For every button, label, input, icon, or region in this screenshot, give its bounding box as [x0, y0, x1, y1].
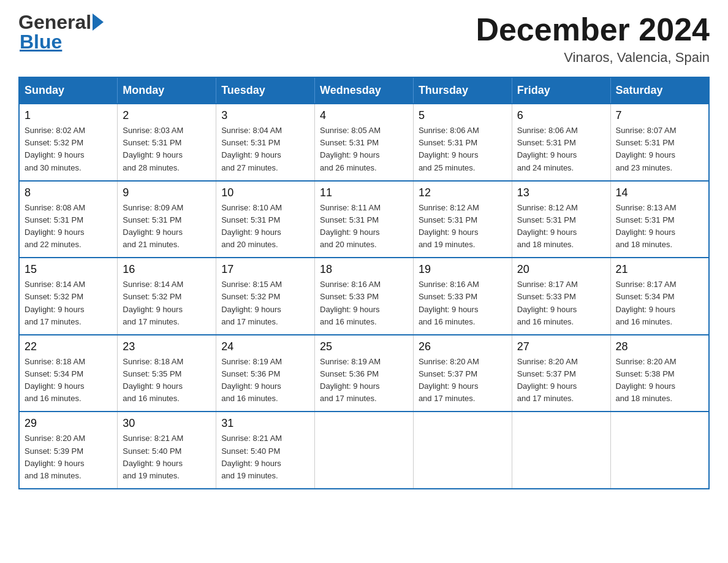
calendar-cell: 1 Sunrise: 8:02 AMSunset: 5:32 PMDayligh…	[19, 104, 118, 181]
calendar-cell: 12 Sunrise: 8:12 AMSunset: 5:31 PMDaylig…	[413, 181, 512, 258]
day-number: 16	[123, 263, 211, 276]
day-info: Sunrise: 8:07 AMSunset: 5:31 PMDaylight:…	[616, 124, 703, 174]
day-info: Sunrise: 8:18 AMSunset: 5:35 PMDaylight:…	[123, 356, 211, 405]
calendar-cell: 9 Sunrise: 8:09 AMSunset: 5:31 PMDayligh…	[118, 181, 216, 258]
day-number: 10	[221, 186, 309, 199]
calendar-cell: 13 Sunrise: 8:12 AMSunset: 5:31 PMDaylig…	[512, 181, 610, 258]
day-info: Sunrise: 8:06 AMSunset: 5:31 PMDaylight:…	[419, 124, 507, 174]
logo-blue-text: Blue	[20, 32, 62, 52]
calendar-cell: 24 Sunrise: 8:19 AMSunset: 5:36 PMDaylig…	[216, 335, 315, 412]
day-number: 2	[123, 109, 211, 122]
day-number: 15	[25, 263, 112, 276]
day-number: 13	[517, 186, 605, 199]
day-info: Sunrise: 8:15 AMSunset: 5:32 PMDaylight:…	[221, 278, 309, 328]
calendar-cell: 14 Sunrise: 8:13 AMSunset: 5:31 PMDaylig…	[610, 181, 709, 258]
calendar-cell: 18 Sunrise: 8:16 AMSunset: 5:33 PMDaylig…	[315, 258, 414, 335]
calendar-cell: 16 Sunrise: 8:14 AMSunset: 5:32 PMDaylig…	[118, 258, 216, 335]
day-number: 17	[221, 263, 309, 276]
calendar-header: Sunday Monday Tuesday Wednesday Thursday…	[19, 77, 709, 104]
day-info: Sunrise: 8:17 AMSunset: 5:34 PMDaylight:…	[616, 278, 703, 328]
calendar-week-2: 8 Sunrise: 8:08 AMSunset: 5:31 PMDayligh…	[19, 181, 709, 258]
calendar-week-5: 29 Sunrise: 8:20 AMSunset: 5:39 PMDaylig…	[19, 412, 709, 489]
calendar-cell: 25 Sunrise: 8:19 AMSunset: 5:36 PMDaylig…	[315, 335, 414, 412]
day-info: Sunrise: 8:10 AMSunset: 5:31 PMDaylight:…	[221, 202, 309, 251]
day-number: 7	[616, 109, 703, 122]
day-info: Sunrise: 8:14 AMSunset: 5:32 PMDaylight:…	[25, 278, 112, 328]
calendar-title: December 2024	[476, 12, 710, 47]
calendar-cell: 19 Sunrise: 8:16 AMSunset: 5:33 PMDaylig…	[413, 258, 512, 335]
calendar-week-4: 22 Sunrise: 8:18 AMSunset: 5:34 PMDaylig…	[19, 335, 709, 412]
day-number: 26	[419, 340, 507, 353]
day-number: 18	[320, 263, 408, 276]
day-info: Sunrise: 8:18 AMSunset: 5:34 PMDaylight:…	[25, 356, 112, 405]
day-info: Sunrise: 8:04 AMSunset: 5:31 PMDaylight:…	[221, 124, 309, 174]
day-info: Sunrise: 8:12 AMSunset: 5:31 PMDaylight:…	[517, 202, 605, 251]
day-number: 31	[221, 417, 309, 430]
calendar-cell: 23 Sunrise: 8:18 AMSunset: 5:35 PMDaylig…	[118, 335, 216, 412]
day-info: Sunrise: 8:21 AMSunset: 5:40 PMDaylight:…	[123, 432, 211, 482]
header-row: Sunday Monday Tuesday Wednesday Thursday…	[19, 77, 709, 104]
day-info: Sunrise: 8:17 AMSunset: 5:33 PMDaylight:…	[517, 278, 605, 328]
day-number: 25	[320, 340, 408, 353]
day-number: 1	[25, 109, 112, 122]
day-info: Sunrise: 8:02 AMSunset: 5:32 PMDaylight:…	[25, 124, 112, 174]
day-number: 3	[221, 109, 309, 122]
col-friday: Friday	[512, 77, 610, 104]
calendar-week-1: 1 Sunrise: 8:02 AMSunset: 5:32 PMDayligh…	[19, 104, 709, 181]
day-info: Sunrise: 8:09 AMSunset: 5:31 PMDaylight:…	[123, 202, 211, 251]
calendar-cell	[512, 412, 610, 489]
calendar-cell: 28 Sunrise: 8:20 AMSunset: 5:38 PMDaylig…	[610, 335, 709, 412]
calendar-cell: 30 Sunrise: 8:21 AMSunset: 5:40 PMDaylig…	[118, 412, 216, 489]
logo-image: General Blue	[18, 12, 104, 52]
calendar-cell: 5 Sunrise: 8:06 AMSunset: 5:31 PMDayligh…	[413, 104, 512, 181]
calendar-cell: 11 Sunrise: 8:11 AMSunset: 5:31 PMDaylig…	[315, 181, 414, 258]
day-info: Sunrise: 8:21 AMSunset: 5:40 PMDaylight:…	[221, 432, 309, 482]
day-info: Sunrise: 8:03 AMSunset: 5:31 PMDaylight:…	[123, 124, 211, 174]
calendar-week-3: 15 Sunrise: 8:14 AMSunset: 5:32 PMDaylig…	[19, 258, 709, 335]
day-info: Sunrise: 8:16 AMSunset: 5:33 PMDaylight:…	[320, 278, 408, 328]
calendar-cell: 10 Sunrise: 8:10 AMSunset: 5:31 PMDaylig…	[216, 181, 315, 258]
day-info: Sunrise: 8:20 AMSunset: 5:38 PMDaylight:…	[616, 356, 703, 405]
day-info: Sunrise: 8:20 AMSunset: 5:39 PMDaylight:…	[25, 432, 112, 482]
calendar-cell: 27 Sunrise: 8:20 AMSunset: 5:37 PMDaylig…	[512, 335, 610, 412]
col-sunday: Sunday	[19, 77, 118, 104]
day-number: 6	[517, 109, 605, 122]
day-number: 12	[419, 186, 507, 199]
day-number: 28	[616, 340, 703, 353]
day-number: 14	[616, 186, 703, 199]
day-info: Sunrise: 8:12 AMSunset: 5:31 PMDaylight:…	[419, 202, 507, 251]
calendar-cell: 20 Sunrise: 8:17 AMSunset: 5:33 PMDaylig…	[512, 258, 610, 335]
page-header: General Blue December 2024 Vinaros, Vale…	[18, 12, 710, 66]
calendar-cell: 21 Sunrise: 8:17 AMSunset: 5:34 PMDaylig…	[610, 258, 709, 335]
day-number: 30	[123, 417, 211, 430]
calendar-cell: 7 Sunrise: 8:07 AMSunset: 5:31 PMDayligh…	[610, 104, 709, 181]
calendar-cell	[610, 412, 709, 489]
calendar-cell: 17 Sunrise: 8:15 AMSunset: 5:32 PMDaylig…	[216, 258, 315, 335]
day-info: Sunrise: 8:16 AMSunset: 5:33 PMDaylight:…	[419, 278, 507, 328]
col-wednesday: Wednesday	[315, 77, 414, 104]
day-info: Sunrise: 8:20 AMSunset: 5:37 PMDaylight:…	[419, 356, 507, 405]
day-info: Sunrise: 8:11 AMSunset: 5:31 PMDaylight:…	[320, 202, 408, 251]
day-number: 23	[123, 340, 211, 353]
calendar-cell: 22 Sunrise: 8:18 AMSunset: 5:34 PMDaylig…	[19, 335, 118, 412]
col-tuesday: Tuesday	[216, 77, 315, 104]
day-info: Sunrise: 8:19 AMSunset: 5:36 PMDaylight:…	[320, 356, 408, 405]
day-number: 11	[320, 186, 408, 199]
calendar-cell: 31 Sunrise: 8:21 AMSunset: 5:40 PMDaylig…	[216, 412, 315, 489]
day-number: 29	[25, 417, 112, 430]
calendar-cell: 3 Sunrise: 8:04 AMSunset: 5:31 PMDayligh…	[216, 104, 315, 181]
calendar-cell: 6 Sunrise: 8:06 AMSunset: 5:31 PMDayligh…	[512, 104, 610, 181]
calendar-subtitle: Vinaros, Valencia, Spain	[476, 50, 710, 66]
col-monday: Monday	[118, 77, 216, 104]
calendar-table: Sunday Monday Tuesday Wednesday Thursday…	[18, 77, 710, 489]
calendar-cell: 26 Sunrise: 8:20 AMSunset: 5:37 PMDaylig…	[413, 335, 512, 412]
day-number: 4	[320, 109, 408, 122]
calendar-cell: 2 Sunrise: 8:03 AMSunset: 5:31 PMDayligh…	[118, 104, 216, 181]
logo-arrow-icon	[93, 13, 104, 31]
calendar-cell: 15 Sunrise: 8:14 AMSunset: 5:32 PMDaylig…	[19, 258, 118, 335]
day-info: Sunrise: 8:05 AMSunset: 5:31 PMDaylight:…	[320, 124, 408, 174]
day-info: Sunrise: 8:13 AMSunset: 5:31 PMDaylight:…	[616, 202, 703, 251]
calendar-cell	[315, 412, 414, 489]
day-number: 5	[419, 109, 507, 122]
day-number: 20	[517, 263, 605, 276]
